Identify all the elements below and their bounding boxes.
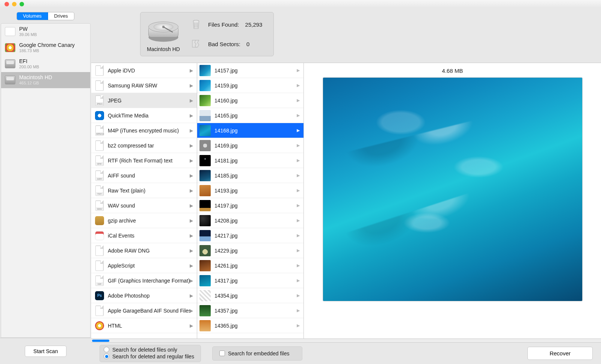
volume-size: 39.06 MB — [19, 32, 37, 37]
app-icon — [95, 321, 104, 330]
file-type-row[interactable]: MPEG4 M4P (iTunes encrypted music) ▶ — [91, 123, 197, 138]
file-type-row[interactable]: Apple GarageBand AIF Sound Files ▶ — [91, 303, 197, 318]
drive-label: Macintosh HD — [147, 46, 180, 52]
document-icon — [95, 140, 104, 151]
file-row[interactable]: 14159.jpg ▶ — [197, 78, 304, 93]
file-name: 14229.jpg — [214, 248, 300, 254]
volume-icon — [5, 43, 15, 52]
file-row[interactable]: 14169.jpg ▶ — [197, 138, 304, 153]
chevron-right-icon: ▶ — [190, 278, 193, 283]
file-type-row[interactable]: bz2 compressed tar ▶ — [91, 138, 197, 153]
checkbox-embedded-label: Search for embedded files — [228, 350, 289, 356]
file-name: 14159.jpg — [214, 83, 300, 89]
volume-name: EFI — [19, 58, 39, 65]
file-type-label: Adobe RAW DNG — [108, 248, 194, 254]
app-icon: Ps — [95, 291, 104, 300]
file-type-row[interactable]: RTF RTF (Rich Text Format) text ▶ — [91, 153, 197, 168]
file-thumbnail — [199, 185, 211, 196]
file-list-column[interactable]: 14157.jpg ▶ 14159.jpg ▶ 14160.jpg ▶ 1416… — [197, 63, 304, 338]
file-thumbnail — [199, 320, 211, 331]
file-row[interactable]: 14357.jpg ▶ — [197, 303, 304, 318]
file-type-row[interactable]: QuickTime Media ▶ — [91, 108, 197, 123]
radio-deleted-only-label: Search for deleted files only — [112, 347, 177, 353]
minimize-icon[interactable] — [12, 2, 17, 6]
file-thumbnail — [199, 80, 211, 91]
file-thumbnail — [199, 65, 211, 76]
chevron-right-icon: ▶ — [297, 278, 300, 283]
file-row[interactable]: 14217.jpg ▶ — [197, 228, 304, 243]
file-row[interactable]: 14165.jpg ▶ — [197, 108, 304, 123]
file-row[interactable]: 14261.jpg ▶ — [197, 258, 304, 273]
zoom-icon[interactable] — [20, 2, 24, 6]
file-type-label: RTF (Rich Text Format) text — [108, 158, 194, 164]
recover-button[interactable]: Recover — [527, 347, 593, 360]
chevron-right-icon: ▶ — [297, 293, 300, 298]
file-type-row[interactable]: GIF GIF (Graphics Interchange Format) ▶ — [91, 273, 197, 288]
file-type-label: M4P (iTunes encrypted music) — [108, 128, 194, 134]
file-name: 14217.jpg — [214, 233, 300, 239]
segment-drives[interactable]: Drives — [48, 12, 74, 20]
file-thumbnail — [199, 215, 211, 226]
file-row[interactable]: 14160.jpg ▶ — [197, 93, 304, 108]
file-row[interactable]: 14197.jpg ▶ — [197, 198, 304, 213]
file-type-label: AppleScript — [108, 263, 194, 269]
chevron-right-icon: ▶ — [190, 293, 193, 298]
file-thumbnail — [199, 245, 211, 256]
file-thumbnail — [199, 140, 211, 151]
file-type-row[interactable]: Apple iDVD ▶ — [91, 63, 197, 78]
file-type-row[interactable]: Ps Adobe Photoshop ▶ — [91, 288, 197, 303]
file-row[interactable]: 14157.jpg ▶ — [197, 63, 304, 78]
volume-item[interactable]: Macintosh HD 465.12 GB — [1, 72, 90, 88]
file-row[interactable]: 14365.jpg ▶ — [197, 318, 304, 333]
file-type-row[interactable]: Samsung RAW SRW ▶ — [91, 78, 197, 93]
volume-text: Macintosh HD 465.12 GB — [19, 74, 52, 86]
chevron-right-icon: ▶ — [190, 233, 193, 238]
file-row[interactable]: 14181.jpg ▶ — [197, 153, 304, 168]
chevron-right-icon: ▶ — [190, 248, 193, 253]
search-mode-group: Search for deleted files only Search for… — [100, 345, 201, 362]
segment-volumes[interactable]: Volumes — [17, 12, 48, 20]
document-icon — [95, 80, 104, 91]
file-type-row[interactable]: AIFF AIFF sound ▶ — [91, 168, 197, 183]
volume-item[interactable]: Google Chrome Canary 186.73 MB — [1, 40, 90, 56]
file-name: 14261.jpg — [214, 263, 300, 269]
file-type-row[interactable]: Adobe RAW DNG ▶ — [91, 243, 197, 258]
window-controls — [5, 2, 24, 6]
file-type-row[interactable]: gzip archive ▶ — [91, 213, 197, 228]
file-row[interactable]: 14208.jpg ▶ — [197, 213, 304, 228]
file-row[interactable]: 14229.jpg ▶ — [197, 243, 304, 258]
file-row[interactable]: 14168.jpg ▶ — [197, 123, 304, 138]
volume-item[interactable]: PW 39.06 MB — [1, 24, 90, 40]
scrollbar-thumb[interactable] — [92, 340, 109, 342]
document-icon — [95, 245, 104, 256]
file-type-row[interactable]: AppleScript ▶ — [91, 258, 197, 273]
radio-deleted-only[interactable]: Search for deleted files only — [104, 347, 195, 353]
file-type-label: Apple GarageBand AIF Sound Files — [108, 308, 194, 314]
file-row[interactable]: 14317.jpg ▶ — [197, 273, 304, 288]
start-scan-button[interactable]: Start Scan — [25, 346, 66, 357]
horizontal-scrollbar[interactable] — [91, 338, 601, 342]
file-name: 14165.jpg — [214, 113, 300, 119]
radio-deleted-and-regular-label: Search for deleted and regular files — [112, 353, 194, 359]
file-row[interactable]: 14193.jpg ▶ — [197, 183, 304, 198]
file-thumbnail — [199, 290, 211, 301]
file-thumbnail — [199, 200, 211, 211]
file-type-row[interactable]: TXT Raw Text (plain) ▶ — [91, 183, 197, 198]
file-row[interactable]: 14185.jpg ▶ — [197, 168, 304, 183]
chevron-right-icon: ▶ — [297, 188, 300, 193]
file-type-row[interactable]: JPEG JPEG ▶ — [91, 93, 197, 108]
volume-text: Google Chrome Canary 186.73 MB — [19, 42, 75, 53]
file-type-column[interactable]: Apple iDVD ▶ Samsung RAW SRW ▶ JPEG JPEG… — [91, 63, 197, 338]
file-row[interactable]: 14354.jpg ▶ — [197, 288, 304, 303]
stat-files-found: Files Found: 25,293 — [190, 18, 262, 30]
checkbox-embedded[interactable]: Search for embedded files — [219, 350, 289, 356]
close-icon[interactable] — [5, 2, 9, 6]
volume-text: EFI 200.00 MB — [19, 58, 39, 69]
volume-item[interactable]: EFI 200.00 MB — [1, 56, 90, 72]
files-found-label: Files Found: — [208, 21, 239, 28]
file-type-row[interactable]: HTML ▶ — [91, 318, 197, 333]
file-type-row[interactable]: iCal Events ▶ — [91, 228, 197, 243]
file-type-row[interactable]: WAV WAV sound ▶ — [91, 198, 197, 213]
radio-deleted-and-regular[interactable]: Search for deleted and regular files — [104, 353, 195, 359]
segmented-control: Volumes Drives — [17, 12, 74, 20]
